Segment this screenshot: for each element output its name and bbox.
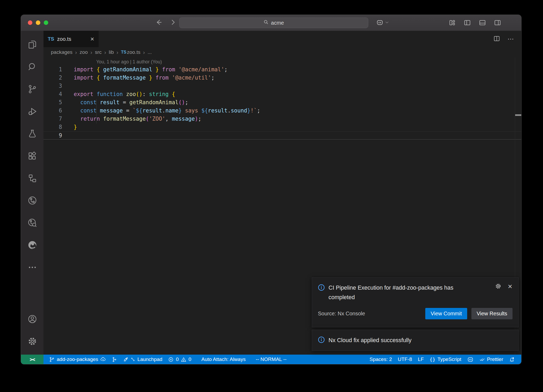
breadcrumb-separator-icon: ›	[116, 49, 118, 55]
breadcrumb-item[interactable]: src	[95, 49, 102, 55]
git-branch-item[interactable]: add-zoo-packages	[46, 355, 109, 364]
settings-gear-icon[interactable]	[21, 330, 43, 352]
problems-item[interactable]: 0 0	[165, 355, 194, 364]
run-and-debug-icon[interactable]	[21, 100, 43, 123]
warnings-icon	[181, 357, 186, 362]
toggle-panel-icon[interactable]	[479, 19, 486, 27]
notification-toast-nx-cloud: Nx Cloud fix applied successfully	[312, 330, 519, 351]
overview-ruler-mark	[515, 114, 521, 116]
code-line-2[interactable]: 2import { formatMessage } from '@acme/ut…	[43, 74, 521, 82]
code-text: export function zoo(): string {	[62, 90, 175, 98]
code-text: const result = getRandomAnimal();	[62, 98, 188, 107]
editor-actions-more-icon[interactable]: ⋯	[507, 35, 514, 43]
notification-close-icon[interactable]: ✕	[508, 283, 513, 290]
zoom-window-button[interactable]	[44, 20, 48, 25]
typescript-file-icon: TS	[48, 36, 54, 42]
auto-attach-item[interactable]: Auto Attach: Always	[199, 355, 249, 364]
git-graph-icon	[112, 357, 117, 362]
view-results-button[interactable]: View Results	[471, 308, 513, 319]
code-text: import { formatMessage } from '@acme/uti…	[62, 74, 214, 82]
copilot-status-item[interactable]	[464, 355, 476, 364]
cloud-upload-icon	[100, 357, 106, 362]
line-number: 7	[43, 115, 62, 123]
status-bar: >< add-zoo-packages Launchpad 0 0	[21, 355, 521, 364]
remote-indicator[interactable]: ><	[21, 355, 43, 364]
code-text	[62, 132, 74, 139]
line-number: 5	[43, 98, 62, 107]
info-icon	[318, 284, 325, 292]
close-window-button[interactable]	[28, 20, 32, 25]
line-number: 6	[43, 107, 62, 115]
source-control-icon[interactable]	[21, 78, 43, 100]
encoding-item[interactable]: UTF-8	[395, 355, 415, 364]
breadcrumb-item[interactable]: lib	[109, 49, 114, 55]
breadcrumb-item[interactable]: TSzoo.ts	[121, 49, 140, 55]
nx-console-icon[interactable]	[21, 189, 43, 212]
language-mode-item[interactable]: {} TypeScript	[427, 355, 464, 364]
line-number: 1	[43, 66, 62, 74]
breadcrumb-item[interactable]: packages	[51, 49, 72, 55]
edge-browser-icon[interactable]	[21, 234, 43, 256]
nx-cloud-icon[interactable]	[21, 212, 43, 234]
copilot-icon	[376, 19, 383, 26]
vim-mode-item[interactable]: -- NORMAL --	[253, 355, 289, 364]
copilot-icon	[467, 356, 474, 363]
more-views-icon[interactable]	[21, 256, 43, 278]
code-text: import { getRandomAnimal } from '@acme/a…	[62, 66, 227, 74]
breadcrumb-item[interactable]: ...	[147, 49, 152, 55]
code-line-6[interactable]: 6 const message = `${result.name} says $…	[43, 107, 521, 115]
bell-icon	[509, 357, 515, 362]
code-line-9[interactable]: 9	[43, 131, 521, 140]
breadcrumb-separator-icon: ›	[143, 49, 145, 55]
account-icon[interactable]	[21, 308, 43, 330]
errors-icon	[168, 357, 174, 362]
launchpad-label: Launchpad	[137, 356, 162, 362]
search-view-icon[interactable]	[21, 56, 43, 78]
copilot-menu[interactable]	[376, 19, 389, 26]
split-editor-icon[interactable]	[493, 35, 500, 43]
branch-name: add-zoo-packages	[57, 356, 98, 362]
back-icon[interactable]	[155, 18, 163, 27]
branch-icon	[49, 357, 55, 362]
code-line-5[interactable]: 5 const result = getRandomAnimal();	[43, 98, 521, 107]
breadcrumb-item[interactable]: zoo	[80, 49, 88, 55]
command-center-search[interactable]: acme	[179, 18, 368, 28]
breadcrumb: packages›zoo›src›lib›TSzoo.ts›...	[43, 47, 521, 57]
notifications-bell-item[interactable]	[506, 355, 518, 364]
tab-zoo-ts[interactable]: TS zoo.ts ✕	[43, 31, 99, 47]
toggle-primary-sidebar-icon[interactable]	[464, 19, 471, 27]
search-text: acme	[271, 20, 284, 26]
hierarchy-icon[interactable]	[21, 167, 43, 189]
minimize-window-button[interactable]	[36, 20, 40, 25]
notification-settings-gear-icon[interactable]	[495, 283, 501, 290]
notification-toast-ci-pipeline: CI Pipeline Execution for #add-zoo-packa…	[312, 277, 519, 327]
formatter-item[interactable]: Prettier	[476, 355, 506, 364]
code-lines: 1import { getRandomAnimal } from '@acme/…	[43, 66, 521, 140]
explorer-icon[interactable]	[21, 33, 43, 56]
launchpad-item[interactable]: Launchpad	[120, 355, 165, 364]
customize-layout-icon[interactable]	[449, 19, 456, 27]
code-line-4[interactable]: 4export function zoo(): string {	[43, 90, 521, 98]
line-number: 9	[43, 132, 62, 139]
window-controls	[28, 20, 48, 25]
eol-item[interactable]: LF	[415, 355, 427, 364]
extensions-icon[interactable]	[21, 145, 43, 167]
code-line-8[interactable]: 8}	[43, 123, 521, 131]
testing-icon[interactable]	[21, 123, 43, 145]
close-tab-icon[interactable]: ✕	[90, 36, 94, 42]
code-line-1[interactable]: 1import { getRandomAnimal } from '@acme/…	[43, 66, 521, 74]
indent-guide	[96, 99, 97, 124]
chevron-down-icon	[385, 20, 389, 24]
warnings-count: 0	[189, 356, 191, 362]
notification-source: Source: Nx Console	[318, 311, 365, 317]
launchpad-branch-icon	[131, 357, 135, 362]
view-commit-button[interactable]: View Commit	[425, 308, 467, 319]
rocket-icon	[123, 357, 129, 362]
toggle-secondary-sidebar-icon[interactable]	[494, 19, 501, 27]
indentation-item[interactable]: Spaces: 2	[367, 355, 395, 364]
git-graph-item[interactable]	[109, 355, 120, 364]
code-line-3[interactable]: 3	[43, 82, 521, 90]
breadcrumb-separator-icon: ›	[75, 49, 77, 55]
forward-icon[interactable]	[169, 18, 177, 27]
code-line-7[interactable]: 7 return formatMessage('ZOO', message);	[43, 115, 521, 123]
